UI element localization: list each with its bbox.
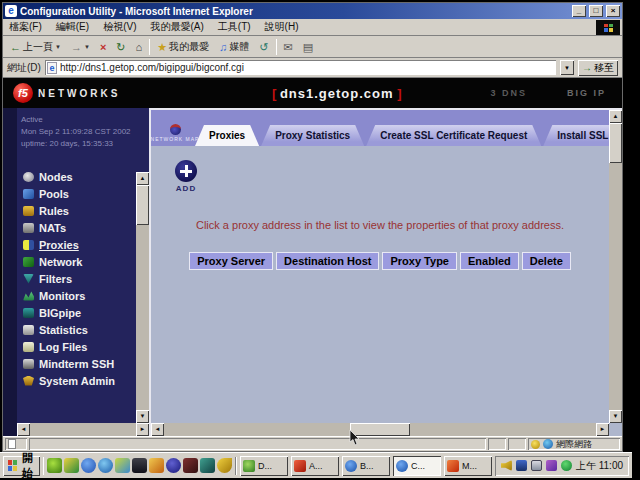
quicklaunch-icon-7[interactable] [149, 458, 164, 473]
back-dropdown-icon[interactable]: ▼ [55, 44, 61, 50]
refresh-icon: ↻ [116, 41, 125, 53]
address-input[interactable]: e http://dns1.getop.com/bigipgui/bigconf… [45, 60, 556, 75]
add-button[interactable] [175, 160, 197, 182]
zone-label: 網際網路 [556, 438, 592, 451]
quicklaunch-icon-11[interactable] [217, 458, 232, 473]
address-url[interactable]: http://dns1.getop.com/bigipgui/bigconf.c… [60, 62, 554, 73]
stop-button[interactable]: × [97, 40, 109, 54]
product-bigip[interactable]: BIG IP [567, 88, 606, 98]
quicklaunch-icon-10[interactable] [200, 458, 215, 473]
forward-button[interactable]: → ▼ [68, 40, 93, 54]
quicklaunch-icon-2[interactable] [64, 458, 79, 473]
antivirus-icon[interactable] [561, 460, 572, 471]
menu-favorites[interactable]: 我的最愛(A) [150, 20, 203, 34]
scroll-right-icon[interactable]: ► [136, 423, 149, 436]
sidebar-item-nodes[interactable]: Nodes [17, 168, 149, 185]
display-icon[interactable] [531, 460, 542, 471]
content-horizontal-scrollbar[interactable]: ◄ ► [151, 423, 609, 436]
page-icon: e [47, 62, 57, 74]
print-button[interactable]: ▤ [300, 40, 316, 54]
col-proxy-type[interactable]: Proxy Type [382, 252, 457, 270]
minimize-button[interactable]: _ [572, 5, 586, 17]
network-map-icon[interactable]: NETWORK MAP [155, 124, 195, 142]
sidebar-item-monitors[interactable]: Monitors [17, 287, 149, 304]
taskbar-clock[interactable]: 上午 11:00 [576, 459, 623, 473]
favorites-label: 我的最愛 [169, 40, 209, 54]
scrollbar-thumb[interactable] [609, 123, 622, 163]
content-vertical-scrollbar[interactable]: ▲ ▼ [609, 110, 622, 423]
monitors-icon [23, 291, 34, 301]
sidebar-item-bigpipe[interactable]: BIGpipe [17, 304, 149, 321]
media-button[interactable]: ♫ 媒體 [216, 39, 252, 55]
sidebar-item-statistics[interactable]: Statistics [17, 321, 149, 338]
mail-button[interactable]: ✉ [281, 40, 296, 54]
sidebar-item-rules[interactable]: Rules [17, 202, 149, 219]
scroll-left-icon[interactable]: ◄ [151, 423, 164, 436]
taskbar-button-1[interactable]: D... [240, 456, 288, 476]
taskbar-button-4-active[interactable]: C... [393, 456, 441, 476]
taskbar-button-2[interactable]: A... [291, 456, 339, 476]
back-label: 上一頁 [23, 40, 53, 54]
forward-dropdown-icon[interactable]: ▼ [84, 44, 90, 50]
taskbar-button-5[interactable]: M... [444, 456, 492, 476]
scroll-right-icon[interactable]: ► [596, 423, 609, 436]
volume-icon[interactable] [501, 460, 512, 471]
quicklaunch-icon-9[interactable] [183, 458, 198, 473]
tray-app-icon[interactable] [546, 460, 557, 471]
quicklaunch-icon-5[interactable] [115, 458, 130, 473]
col-enabled[interactable]: Enabled [460, 252, 519, 270]
sidebar-item-mindterm-ssh[interactable]: Mindterm SSH [17, 355, 149, 372]
address-dropdown-icon[interactable]: ▼ [560, 60, 574, 75]
scroll-up-icon[interactable]: ▲ [609, 110, 622, 123]
rules-icon [23, 206, 34, 216]
sidebar-vertical-scrollbar[interactable]: ▲ ▼ [136, 172, 149, 423]
favorites-button[interactable]: ★ 我的最愛 [154, 39, 212, 55]
quicklaunch-icon-3[interactable] [81, 458, 96, 473]
maximize-button[interactable]: □ [589, 5, 603, 17]
sidebar-item-system-admin[interactable]: System Admin [17, 372, 149, 389]
tab-proxy-statistics[interactable]: Proxy Statistics [261, 125, 364, 146]
menu-tools[interactable]: 工具(T) [218, 20, 251, 34]
history-icon: ↺ [259, 41, 268, 53]
col-proxy-server[interactable]: Proxy Server [189, 252, 273, 270]
back-button[interactable]: ← 上一頁 ▼ [7, 39, 64, 55]
start-label: 開始 [20, 451, 35, 480]
close-button[interactable]: × [606, 5, 620, 17]
start-button[interactable]: 開始 [3, 456, 40, 476]
messenger-icon[interactable] [516, 460, 527, 471]
tab-create-ssl-certificate-request[interactable]: Create SSL Certificate Request [366, 125, 541, 146]
quicklaunch-icon-8[interactable] [166, 458, 181, 473]
sidebar-item-pools[interactable]: Pools [17, 185, 149, 202]
scrollbar-thumb[interactable] [136, 185, 149, 225]
menu-file[interactable]: 檔案(F) [9, 20, 42, 34]
ie-throbber-icon [596, 20, 620, 35]
quicklaunch-icon-6[interactable] [132, 458, 147, 473]
menu-help[interactable]: 說明(H) [265, 20, 299, 34]
quicklaunch-icon-4[interactable] [98, 458, 113, 473]
home-button[interactable]: ⌂ [133, 40, 146, 54]
sidebar-horizontal-scrollbar[interactable]: ◄ ► [17, 423, 149, 436]
sidebar-item-proxies[interactable]: Proxies [17, 236, 149, 253]
menu-edit[interactable]: 編輯(E) [56, 20, 89, 34]
scroll-left-icon[interactable]: ◄ [17, 423, 30, 436]
refresh-button[interactable]: ↻ [113, 40, 128, 54]
go-button[interactable]: → 移至 [578, 60, 618, 76]
statistics-icon [23, 325, 34, 335]
sidebar-item-nats[interactable]: NATs [17, 219, 149, 236]
sidebar-item-log-files[interactable]: Log Files [17, 338, 149, 355]
scroll-up-icon[interactable]: ▲ [136, 172, 149, 185]
scroll-down-icon[interactable]: ▼ [609, 410, 622, 423]
history-button[interactable]: ↺ [256, 40, 271, 54]
scroll-down-icon[interactable]: ▼ [136, 410, 149, 423]
quicklaunch-icon-1[interactable] [47, 458, 62, 473]
sidebar-item-network[interactable]: Network [17, 253, 149, 270]
menu-view[interactable]: 檢視(V) [103, 20, 136, 34]
col-destination-host[interactable]: Destination Host [276, 252, 379, 270]
stop-icon: × [100, 41, 106, 53]
product-3dns[interactable]: 3 DNS [490, 88, 527, 98]
nodes-icon [23, 172, 34, 182]
sidebar-item-filters[interactable]: Filters [17, 270, 149, 287]
taskbar-button-3[interactable]: B... [342, 456, 390, 476]
col-delete[interactable]: Delete [522, 252, 571, 270]
tab-proxies[interactable]: Proxies [195, 125, 259, 146]
